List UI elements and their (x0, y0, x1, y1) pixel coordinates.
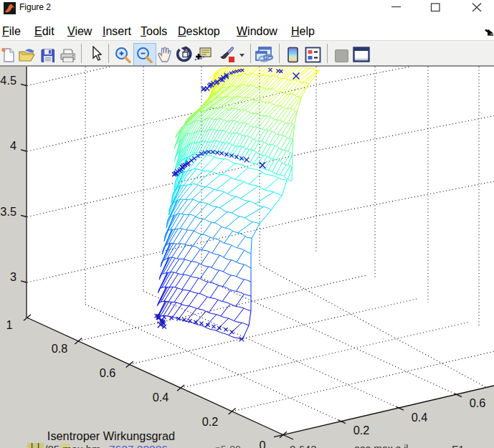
svg-text:Isentroper Wirkungsgrad: Isentroper Wirkungsgrad (47, 429, 175, 442)
svg-text:n5·80: n5·80 (215, 444, 241, 448)
svg-text:3: 3 (10, 270, 16, 283)
svg-text:F1: F1 (452, 443, 465, 448)
svg-text:0.4: 0.4 (412, 411, 428, 424)
svg-text:7627 88886: 7627 88886 (109, 443, 168, 448)
svg-text:0.2: 0.2 (353, 424, 370, 437)
svg-text:1: 1 (6, 318, 12, 331)
svg-text:0 £43: 0 £43 (290, 443, 317, 448)
svg-text:ooo max o il: ooo max o il (354, 443, 408, 448)
svg-text:4.5: 4.5 (0, 74, 16, 87)
svg-text:╵╵ /85 max bm: ╵╵ /85 max bm (29, 442, 101, 448)
svg-text:0.2: 0.2 (202, 415, 219, 428)
svg-text:0.4: 0.4 (153, 391, 169, 404)
svg-text:0.6: 0.6 (470, 396, 486, 409)
svg-text:0.6: 0.6 (100, 366, 116, 379)
svg-text:0: 0 (259, 439, 265, 448)
svg-text:3.5: 3.5 (0, 205, 16, 218)
svg-text:0.8: 0.8 (52, 342, 68, 355)
svg-text:4: 4 (10, 139, 16, 152)
